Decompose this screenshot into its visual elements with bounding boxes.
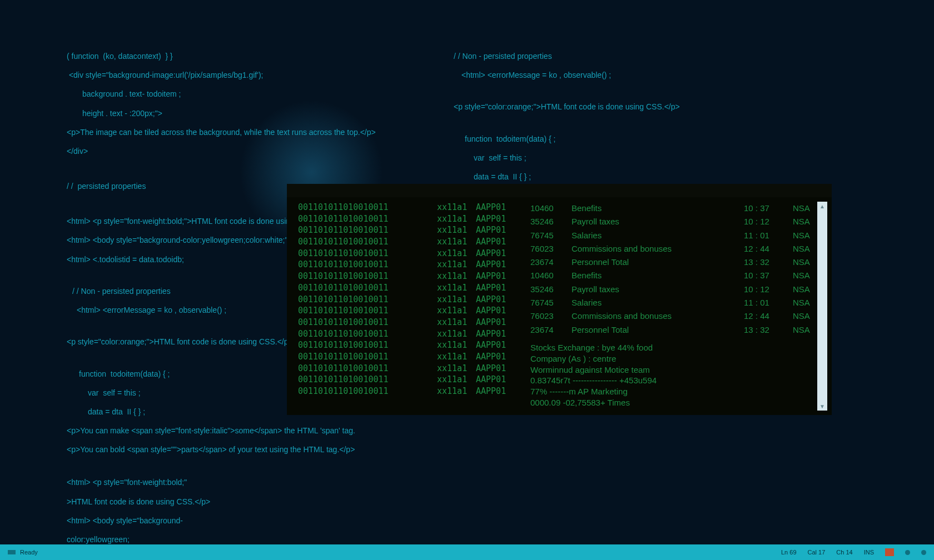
app-value: AAPP01 bbox=[476, 328, 526, 340]
hex-value: xx11a1 bbox=[437, 317, 476, 328]
hex-value: xx11a1 bbox=[437, 351, 476, 363]
row-tag: NSA bbox=[793, 283, 817, 296]
table-row: 23674Personnel Total13 : 32NSA bbox=[530, 323, 817, 337]
code-line: background . text- todoitem ; bbox=[67, 89, 456, 99]
status-line: Ln 69 bbox=[781, 549, 797, 556]
row-num: 23674 bbox=[530, 256, 562, 269]
row-num: 76023 bbox=[530, 242, 562, 256]
hex-value: xx11a1 bbox=[437, 259, 476, 271]
app-value: AAPP01 bbox=[476, 294, 526, 306]
code-line: function todoitem(data) { ; bbox=[454, 134, 809, 144]
scrollbar[interactable]: ▲ ▼ bbox=[817, 202, 827, 411]
row-time: 12 : 44 bbox=[744, 309, 783, 323]
modal-body: 0011010110100100110011010110100100110011… bbox=[287, 197, 832, 415]
hex-value: xx11a1 bbox=[437, 294, 476, 306]
row-desc: Payroll taxes bbox=[572, 283, 734, 296]
app-value: AAPP01 bbox=[476, 259, 526, 271]
binary-value: 001101011010010011 bbox=[298, 386, 437, 397]
hex-value: xx11a1 bbox=[437, 248, 476, 259]
data-column: 10460Benefits10 : 37NSA35246Payroll taxe… bbox=[526, 202, 817, 411]
free-text-line: 0000.09 -02,75583+ Times bbox=[530, 397, 817, 408]
row-desc: Salaries bbox=[572, 229, 734, 242]
binary-value: 001101011010010011 bbox=[298, 271, 437, 282]
status-ready: Ready bbox=[20, 549, 38, 556]
app-value: AAPP01 bbox=[476, 305, 526, 317]
status-col: Cal 17 bbox=[808, 549, 826, 556]
hex-value: xx11a1 bbox=[437, 386, 476, 397]
binary-value: 001101011010010011 bbox=[298, 305, 437, 317]
binary-value: 001101011010010011 bbox=[298, 224, 437, 236]
table-row: 76745Salaries11 : 01NSA bbox=[530, 229, 817, 242]
code-line: <html> <p style="font-weight:bold;" bbox=[67, 478, 456, 487]
binary-value: 001101011010010011 bbox=[298, 236, 437, 248]
binary-value: 001101011010010011 bbox=[298, 259, 437, 271]
free-text-line: 77% -------m AP Marketing bbox=[530, 386, 817, 397]
app-value: AAPP01 bbox=[476, 224, 526, 236]
status-bar: Ready Ln 69 Cal 17 Ch 14 INS bbox=[0, 544, 934, 560]
binary-value: 001101011010010011 bbox=[298, 374, 437, 386]
free-text-line: 0.83745r7t ---------------- +453u594 bbox=[530, 375, 817, 386]
code-line: var self = this ; bbox=[454, 153, 809, 163]
code-line: color:yellowgreen; bbox=[67, 535, 456, 544]
app-value: AAPP01 bbox=[476, 386, 526, 397]
table-row: 35246Payroll taxes10 : 12NSA bbox=[530, 283, 817, 296]
free-text-line: Worminnud against Motice team bbox=[530, 364, 817, 376]
app-value: AAPP01 bbox=[476, 339, 526, 351]
app-value: AAPP01 bbox=[476, 271, 526, 282]
table-row: 76745Salaries11 : 01NSA bbox=[530, 296, 817, 309]
row-tag: NSA bbox=[793, 215, 817, 228]
status-char: Ch 14 bbox=[836, 549, 852, 556]
row-time: 10 : 37 bbox=[744, 202, 783, 215]
binary-value: 001101011010010011 bbox=[298, 248, 437, 259]
code-line: <p style="color:orange;">HTML font code … bbox=[454, 102, 809, 112]
row-time: 12 : 44 bbox=[744, 242, 783, 256]
row-desc: Commissions and bonuses bbox=[572, 309, 734, 323]
row-tag: NSA bbox=[793, 296, 817, 309]
warning-icon[interactable] bbox=[885, 548, 894, 556]
binary-value: 001101011010010011 bbox=[298, 339, 437, 351]
binary-value: 001101011010010011 bbox=[298, 351, 437, 363]
row-desc: Benefits bbox=[572, 269, 734, 282]
app-value: AAPP01 bbox=[476, 248, 526, 259]
row-desc: Personnel Total bbox=[572, 256, 734, 269]
row-desc: Benefits bbox=[572, 202, 734, 215]
status-dot-icon bbox=[921, 550, 926, 555]
row-num: 76745 bbox=[530, 229, 562, 242]
app-value: AAPP01 bbox=[476, 351, 526, 363]
row-desc: Salaries bbox=[572, 296, 734, 309]
free-text-block: Stocks Exchange : bye 44% foodCompany (A… bbox=[530, 342, 817, 408]
app-value: AAPP01 bbox=[476, 213, 526, 225]
code-line: height . text - :200px;"> bbox=[67, 109, 456, 118]
scroll-down-icon[interactable]: ▼ bbox=[817, 402, 827, 411]
code-line: <p>You can bold <span style="">parts</sp… bbox=[67, 445, 456, 454]
free-text-line: Company (As ) : centre bbox=[530, 353, 817, 364]
code-line: <html> <body style="background- bbox=[67, 516, 456, 526]
row-num: 35246 bbox=[530, 215, 562, 228]
row-time: 13 : 32 bbox=[744, 323, 783, 337]
code-line: <p>The image can be tiled across the bac… bbox=[67, 128, 456, 137]
hex-value: xx11a1 bbox=[437, 202, 476, 213]
binary-value: 001101011010010011 bbox=[298, 282, 437, 294]
modal-window: 0011010110100100110011010110100100110011… bbox=[287, 184, 832, 415]
app-value: AAPP01 bbox=[476, 202, 526, 213]
row-tag: NSA bbox=[793, 256, 817, 269]
row-time: 10 : 37 bbox=[744, 269, 783, 282]
row-num: 35246 bbox=[530, 283, 562, 296]
table-row: 76023Commissions and bonuses12 : 44NSA bbox=[530, 309, 817, 323]
hex-value: xx11a1 bbox=[437, 224, 476, 236]
hex-value: xx11a1 bbox=[437, 213, 476, 225]
hex-value: xx11a1 bbox=[437, 236, 476, 248]
scroll-up-icon[interactable]: ▲ bbox=[817, 202, 827, 211]
row-tag: NSA bbox=[793, 323, 817, 337]
hex-value: xx11a1 bbox=[437, 305, 476, 317]
hex-value: xx11a1 bbox=[437, 282, 476, 294]
row-time: 10 : 12 bbox=[744, 215, 783, 228]
row-tag: NSA bbox=[793, 229, 817, 242]
row-desc: Personnel Total bbox=[572, 323, 734, 337]
table-row: 76023Commissions and bonuses12 : 44NSA bbox=[530, 242, 817, 256]
free-text-line: Stocks Exchange : bye 44% food bbox=[530, 342, 817, 353]
table-row: 23674Personnel Total13 : 32NSA bbox=[530, 256, 817, 269]
code-line: <p>You can make <span style="font-style:… bbox=[67, 426, 456, 436]
code-line: / / Non - persisted properties bbox=[454, 52, 809, 61]
binary-value: 001101011010010011 bbox=[298, 317, 437, 328]
